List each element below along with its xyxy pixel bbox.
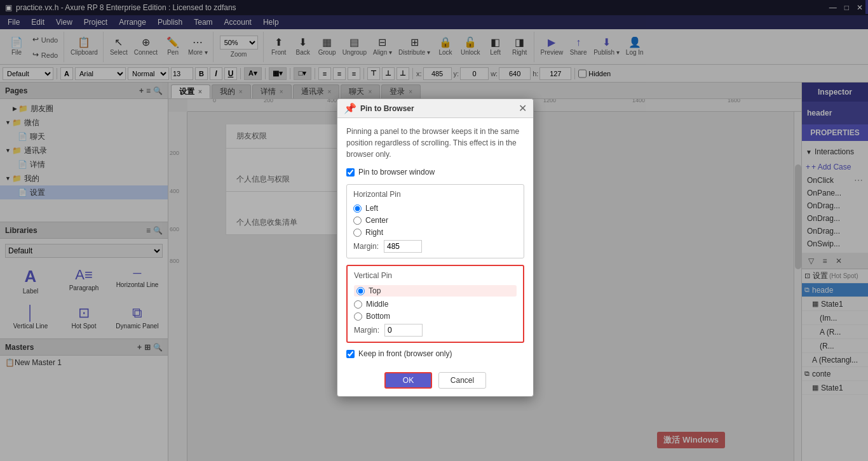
vpin-bottom-label: Bottom [366, 312, 390, 321]
hpin-center-radio[interactable] [353, 217, 362, 225]
hpin-right-label: Right [365, 228, 383, 237]
hpin-left-radio[interactable] [353, 204, 362, 213]
pin-checkbox-label: Pin to browser window [358, 168, 435, 177]
keep-front-row: Keep in front (browser only) [346, 349, 524, 358]
hpin-right-radio[interactable] [353, 229, 362, 237]
horizontal-pin-group: Horizontal Pin Left Center Right Margin: [346, 184, 524, 258]
v-margin-input[interactable] [384, 324, 423, 337]
v-radio-middle: Middle [354, 300, 517, 309]
ok-button[interactable]: OK [384, 372, 432, 389]
keep-front-checkbox[interactable] [346, 350, 355, 358]
hpin-left-label: Left [365, 204, 378, 213]
dialog-title-label: Pin to Browser [360, 104, 414, 113]
vertical-pin-title: Vertical Pin [354, 271, 517, 280]
h-margin-label: Margin: [353, 242, 379, 251]
keep-front-label: Keep in front (browser only) [358, 349, 452, 358]
vpin-top-label: Top [369, 286, 381, 295]
cancel-label: Cancel [451, 376, 474, 385]
pin-checkbox[interactable] [346, 168, 355, 177]
dialog-title-bar: 📌 Pin to Browser ✕ [337, 99, 533, 118]
dialog-body: Pinning a panel to the browser keeps it … [337, 118, 533, 396]
v-margin-row: Margin: [354, 324, 517, 337]
pin-checkbox-row: Pin to browser window [346, 168, 524, 177]
vpin-bottom-radio[interactable] [354, 312, 362, 321]
dialog-close-button[interactable]: ✕ [519, 104, 527, 114]
hpin-center-label: Center [365, 216, 388, 225]
vpin-middle-radio[interactable] [354, 300, 362, 309]
h-radio-left: Left [353, 204, 517, 213]
vpin-top-radio[interactable] [356, 287, 365, 295]
dialog-footer: OK Cancel [346, 366, 524, 389]
h-margin-input[interactable] [384, 240, 422, 253]
dialog-overlay: 📌 Pin to Browser ✕ Pinning a panel to th… [0, 0, 868, 461]
v-radio-bottom: Bottom [354, 312, 517, 321]
dialog-description: Pinning a panel to the browser keeps it … [346, 126, 524, 160]
h-radio-right: Right [353, 228, 517, 237]
dialog-desc-text: Pinning a panel to the browser keeps it … [346, 127, 519, 159]
vpin-middle-label: Middle [366, 300, 388, 309]
dialog-pin-icon: 📌 [344, 102, 356, 114]
pin-to-browser-dialog: 📌 Pin to Browser ✕ Pinning a panel to th… [337, 98, 534, 397]
h-margin-row: Margin: [353, 240, 517, 253]
v-margin-label: Margin: [354, 326, 379, 335]
ok-label: OK [403, 376, 414, 385]
dialog-title-text: 📌 Pin to Browser [344, 102, 414, 114]
horizontal-pin-title: Horizontal Pin [353, 190, 517, 199]
vertical-pin-group: Vertical Pin Top Middle Bottom Margin: [346, 265, 524, 343]
h-radio-center: Center [353, 216, 517, 225]
cancel-button[interactable]: Cancel [438, 372, 486, 389]
v-radio-top: Top [354, 285, 517, 297]
